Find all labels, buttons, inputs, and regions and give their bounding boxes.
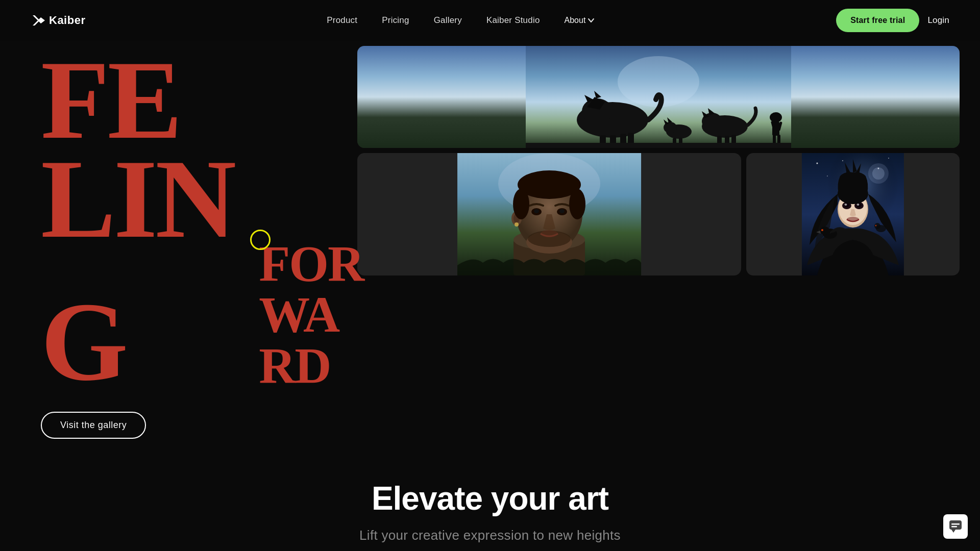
hero-gallery bbox=[337, 41, 980, 276]
svg-point-74 bbox=[821, 229, 823, 231]
svg-point-52 bbox=[842, 160, 843, 161]
nav-links: Product Pricing Gallery Kaiber Studio Ab… bbox=[327, 15, 595, 26]
svg-point-48 bbox=[541, 230, 558, 237]
svg-point-57 bbox=[872, 167, 885, 180]
svg-point-55 bbox=[827, 176, 828, 177]
nav-gallery[interactable]: Gallery bbox=[434, 15, 462, 25]
nav-about-dropdown[interactable]: About bbox=[565, 16, 595, 25]
svg-marker-79 bbox=[951, 530, 955, 533]
chevron-down-icon bbox=[587, 17, 595, 24]
gallery-row-top bbox=[357, 46, 960, 148]
visit-gallery-button[interactable]: Visit the gallery bbox=[41, 412, 146, 439]
gallery-image-man-portrait bbox=[357, 153, 741, 276]
svg-point-40 bbox=[534, 209, 539, 213]
svg-point-76 bbox=[874, 223, 880, 229]
start-free-trial-button[interactable]: Start free trial bbox=[836, 9, 919, 32]
hero-line-3: G bbox=[41, 293, 126, 392]
hero-forward-line3: RD bbox=[259, 340, 363, 391]
svg-rect-78 bbox=[949, 520, 962, 530]
svg-point-47 bbox=[569, 189, 585, 219]
logo-text: Kaiber bbox=[49, 14, 85, 27]
svg-point-44 bbox=[514, 222, 519, 227]
hero-forward-line2: WA bbox=[259, 289, 363, 340]
gallery-image-wolves bbox=[357, 46, 960, 148]
elevate-subtitle: Lift your creative expression to new hei… bbox=[0, 528, 980, 543]
nav-about-label: About bbox=[565, 16, 586, 25]
chat-icon bbox=[948, 519, 963, 534]
nav-actions: Start free trial Login bbox=[836, 9, 949, 32]
crow-woman-art bbox=[746, 153, 960, 276]
navigation: Kaiber Product Pricing Gallery Kaiber St… bbox=[0, 0, 980, 41]
logo-icon bbox=[31, 13, 45, 28]
svg-point-46 bbox=[513, 189, 529, 219]
wolf-art bbox=[357, 46, 960, 148]
svg-point-65 bbox=[857, 204, 860, 206]
hero-forward-line1: FOR bbox=[259, 238, 363, 289]
hero-line-2: LIN bbox=[41, 150, 337, 249]
svg-rect-81 bbox=[951, 526, 957, 528]
chat-button[interactable] bbox=[943, 514, 968, 539]
login-button[interactable]: Login bbox=[927, 15, 949, 26]
svg-rect-30 bbox=[526, 143, 791, 148]
elevate-section: Elevate your art Lift your creative expr… bbox=[0, 439, 980, 551]
svg-point-64 bbox=[845, 204, 847, 206]
svg-point-51 bbox=[817, 163, 818, 164]
nav-studio[interactable]: Kaiber Studio bbox=[486, 15, 540, 25]
nav-pricing[interactable]: Pricing bbox=[382, 15, 409, 25]
hero-text: FE LIN G FOR WA RD Visit the gallery bbox=[0, 41, 337, 439]
hero-line-1: FE bbox=[41, 51, 337, 150]
man-portrait-art bbox=[357, 153, 741, 276]
logo[interactable]: Kaiber bbox=[31, 13, 85, 28]
gallery-image-crow-woman bbox=[746, 153, 960, 276]
svg-point-77 bbox=[875, 225, 877, 227]
elevate-title: Elevate your art bbox=[0, 480, 980, 517]
nav-product[interactable]: Product bbox=[327, 15, 357, 25]
hero-forward-block: FOR WA RD bbox=[259, 238, 363, 391]
svg-rect-80 bbox=[951, 523, 960, 525]
svg-point-41 bbox=[559, 209, 565, 213]
gallery-row-bottom bbox=[357, 153, 960, 276]
svg-point-66 bbox=[847, 217, 859, 222]
hero-section: FE LIN G FOR WA RD Visit the gallery bbox=[0, 0, 980, 439]
svg-rect-17 bbox=[731, 135, 736, 144]
svg-point-24 bbox=[770, 112, 782, 122]
svg-point-54 bbox=[888, 158, 889, 159]
